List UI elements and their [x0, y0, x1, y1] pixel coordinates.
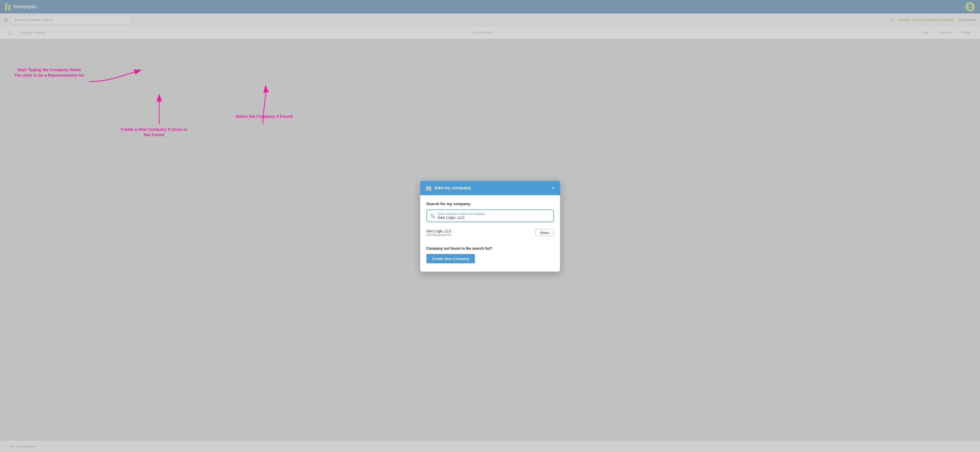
- company-building-icon: 🏢: [425, 185, 432, 191]
- create-new-company-button[interactable]: Create New Company: [426, 254, 475, 263]
- company-search-field[interactable]: 🔍 Enter company's name e.g newseptic: [426, 209, 554, 222]
- modal-title: Add my company: [434, 185, 471, 190]
- company-search-input[interactable]: [438, 215, 550, 220]
- modal-header: 🏢 Add my company ×: [420, 181, 560, 195]
- search-field-label: Enter company's name e.g newseptic: [438, 212, 550, 215]
- company-name: Geo Logic, LLC: [426, 229, 452, 233]
- select-company-button[interactable]: Select: [535, 229, 554, 236]
- modal-close-button[interactable]: ×: [552, 185, 555, 190]
- modal-body: Search for my company 🔍 Enter company's …: [420, 195, 560, 271]
- search-field-inner: Enter company's name e.g newseptic: [438, 212, 550, 220]
- company-address: 223 Deepwood Dr: [426, 233, 452, 237]
- modal-section-title: Search for my company: [426, 201, 554, 206]
- modal-header-left: 🏢 Add my company: [425, 185, 471, 191]
- company-info: Geo Logic, LLC 223 Deepwood Dr: [426, 229, 452, 237]
- add-company-modal: 🏢 Add my company × Search for my company…: [420, 181, 560, 271]
- not-found-section: Company not found in the search list? Cr…: [426, 244, 554, 263]
- company-result-row: Geo Logic, LLC 223 Deepwood Dr Select: [426, 226, 554, 239]
- not-found-text: Company not found in the search list?: [426, 246, 554, 250]
- search-field-icon: 🔍: [430, 213, 435, 218]
